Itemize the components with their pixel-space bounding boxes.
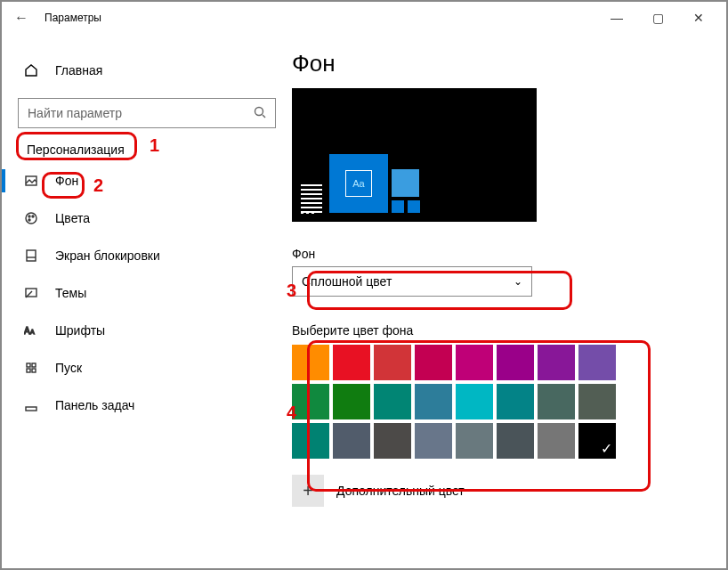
sidebar-item-0[interactable]: Фон <box>2 162 292 200</box>
nav-icon <box>23 211 39 225</box>
sidebar-item-4[interactable]: AAШрифты <box>2 312 292 349</box>
color-swatch[interactable] <box>415 423 452 459</box>
search-icon <box>254 106 266 121</box>
svg-point-3 <box>28 216 30 217</box>
preview-aa-label: Aa <box>345 170 372 197</box>
color-swatch[interactable] <box>497 345 534 380</box>
sidebar: Главная Найти параметр Персонализация Фо… <box>2 34 292 568</box>
svg-rect-10 <box>27 363 30 367</box>
sidebar-category: Персонализация <box>18 137 276 162</box>
svg-point-2 <box>26 213 36 224</box>
background-dropdown-value: Сплошной цвет <box>302 274 392 289</box>
color-swatch[interactable] <box>578 423 616 459</box>
add-custom-color-button[interactable]: + <box>292 475 324 507</box>
color-swatch[interactable] <box>497 384 534 419</box>
color-palette <box>292 345 726 459</box>
search-placeholder: Найти параметр <box>28 106 122 120</box>
minimize-button[interactable]: — <box>596 4 637 31</box>
nav-label: Темы <box>55 286 86 300</box>
settings-window: ← Параметры — ▢ ✕ Главная Найти параметр <box>0 0 728 570</box>
color-swatch[interactable] <box>538 345 575 380</box>
nav-label: Фон <box>55 174 78 188</box>
annotation-num-2: 2 <box>93 175 103 196</box>
sidebar-item-6[interactable]: Панель задач <box>2 387 292 424</box>
svg-rect-13 <box>32 369 36 372</box>
sidebar-item-5[interactable]: Пуск <box>2 349 292 387</box>
back-button[interactable]: ← <box>14 10 28 26</box>
background-dropdown[interactable]: Сплошной цвет ⌄ <box>292 266 532 297</box>
color-swatch[interactable] <box>374 423 411 459</box>
nav-label: Пуск <box>55 361 82 375</box>
color-swatch[interactable] <box>415 384 452 419</box>
sidebar-item-3[interactable]: Темы <box>2 274 292 312</box>
color-swatch[interactable] <box>578 384 616 419</box>
color-swatch[interactable] <box>456 345 493 380</box>
color-swatch[interactable] <box>538 384 575 419</box>
color-swatch[interactable] <box>333 345 370 380</box>
nav-label: Шрифты <box>55 323 105 338</box>
nav-icon <box>23 398 39 412</box>
svg-rect-14 <box>26 407 36 411</box>
nav-icon <box>23 174 39 188</box>
content-pane: Фон Aa Фон Сплошной цвет ⌄ <box>292 34 726 568</box>
color-swatch[interactable] <box>415 345 452 380</box>
color-swatch[interactable] <box>456 384 493 419</box>
close-button[interactable]: ✕ <box>678 4 719 31</box>
add-custom-color-label: Дополнительный цвет <box>336 484 465 498</box>
svg-rect-11 <box>32 363 36 367</box>
sidebar-nav: ФонЦветаЭкран блокировкиТемыAAШрифтыПуск… <box>2 162 292 424</box>
color-swatch[interactable] <box>374 345 411 380</box>
color-swatch[interactable] <box>456 423 493 459</box>
color-swatch[interactable] <box>292 384 329 419</box>
color-swatch[interactable] <box>292 345 329 380</box>
background-dropdown-label: Фон <box>292 247 726 261</box>
sidebar-item-1[interactable]: Цвета <box>2 200 292 237</box>
color-swatch[interactable] <box>578 345 616 380</box>
svg-point-4 <box>32 216 34 217</box>
color-swatch[interactable] <box>497 423 534 459</box>
page-title: Фон <box>292 50 726 77</box>
color-swatch[interactable] <box>374 384 411 419</box>
background-preview: Aa <box>292 88 537 222</box>
nav-icon: AA <box>23 323 39 338</box>
svg-rect-6 <box>27 250 36 261</box>
annotation-num-3: 3 <box>287 281 296 301</box>
svg-rect-12 <box>27 369 30 372</box>
color-swatch[interactable] <box>292 423 329 459</box>
color-swatch[interactable] <box>333 423 370 459</box>
maximize-button[interactable]: ▢ <box>637 4 678 31</box>
svg-point-5 <box>28 219 30 221</box>
nav-label: Экран блокировки <box>55 248 160 263</box>
nav-icon <box>23 286 39 300</box>
annotation-num-4: 4 <box>287 403 296 423</box>
sidebar-home-label: Главная <box>55 63 102 77</box>
home-icon <box>23 63 39 77</box>
palette-label: Выберите цвет фона <box>292 323 726 338</box>
svg-text:A: A <box>30 329 35 335</box>
nav-label: Панель задач <box>55 398 134 412</box>
window-title: Параметры <box>44 12 101 24</box>
titlebar: ← Параметры — ▢ ✕ <box>2 2 726 34</box>
annotation-num-1: 1 <box>150 135 159 156</box>
nav-icon <box>23 361 39 375</box>
search-input[interactable]: Найти параметр <box>18 98 276 128</box>
sidebar-item-2[interactable]: Экран блокировки <box>2 237 292 274</box>
color-swatch[interactable] <box>333 384 370 419</box>
nav-label: Цвета <box>55 211 90 225</box>
svg-text:A: A <box>24 326 30 336</box>
svg-point-0 <box>255 107 263 115</box>
chevron-down-icon: ⌄ <box>514 275 522 288</box>
color-swatch[interactable] <box>538 423 575 459</box>
nav-icon <box>23 248 39 263</box>
sidebar-home[interactable]: Главная <box>2 53 292 87</box>
